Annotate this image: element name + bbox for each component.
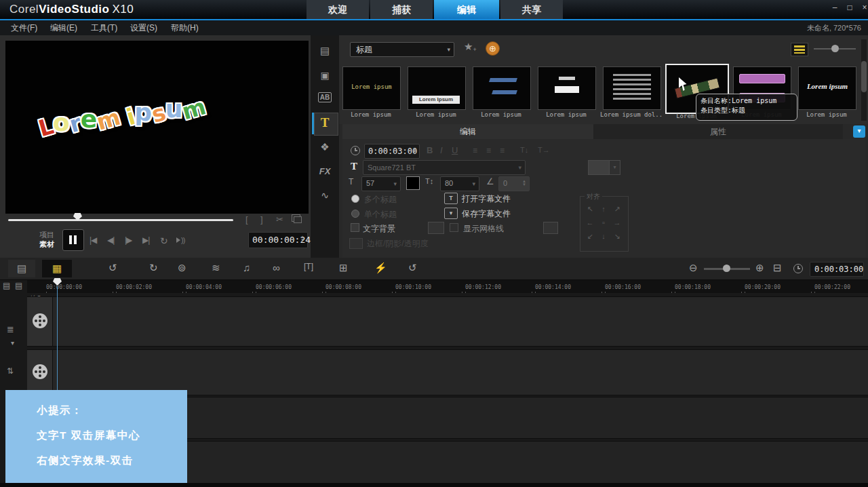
- tab-share[interactable]: 共享: [500, 0, 563, 19]
- font-size-dropdown[interactable]: 57 ▾: [361, 176, 401, 191]
- font-dropdown[interactable]: Square721 BT ▾: [363, 160, 526, 175]
- scrub-track[interactable]: [8, 219, 233, 221]
- direction-dropdown[interactable]: [588, 160, 610, 175]
- prev-frame-icon[interactable]: ◀|: [107, 235, 114, 245]
- title-thumbnail-3[interactable]: [473, 66, 531, 110]
- transition-icon[interactable]: AB: [311, 94, 339, 101]
- thumbnail-view-icon[interactable]: [791, 43, 808, 56]
- maximize-button[interactable]: □: [844, 2, 856, 13]
- rotation-spinner[interactable]: ▴ ▾: [521, 179, 528, 186]
- menu-edit[interactable]: 编辑(E): [50, 20, 77, 35]
- redo-icon[interactable]: ↻: [149, 262, 158, 274]
- timeline-view-icon[interactable]: ▦: [42, 260, 72, 277]
- duration-input[interactable]: 0:00:03:00 ▴ ▾: [364, 144, 420, 159]
- spin-down-icon[interactable]: ▾: [411, 150, 418, 153]
- direction-dropdown-caret-icon[interactable]: ▾: [609, 160, 620, 175]
- align-mid-left-icon[interactable]: ←: [583, 216, 597, 229]
- media-icon[interactable]: ▤: [311, 45, 339, 57]
- show-grid-checkbox[interactable]: [450, 223, 458, 232]
- mode-project-label[interactable]: 项目: [39, 230, 54, 240]
- bold-icon[interactable]: B: [427, 145, 433, 155]
- title-thumbnail-1[interactable]: Lorem ipsum: [342, 66, 401, 110]
- video-track[interactable]: [27, 296, 868, 347]
- library-scrollbar-thumb[interactable]: [861, 61, 867, 92]
- menu-help[interactable]: 帮助(H): [171, 20, 199, 35]
- align-right-icon[interactable]: ≡: [500, 146, 505, 155]
- menu-settings[interactable]: 设置(S): [130, 20, 157, 35]
- video-track-header[interactable]: [27, 297, 53, 346]
- fit-timeline-icon[interactable]: ⊟: [773, 262, 782, 274]
- filter-icon[interactable]: FX: [311, 166, 339, 176]
- track-chevron-icon[interactable]: ▾: [11, 339, 14, 347]
- align-left-icon[interactable]: ≡: [473, 146, 477, 155]
- spin-down-icon[interactable]: ▾: [299, 238, 306, 241]
- tab-welcome[interactable]: 欢迎: [307, 0, 369, 19]
- repeat-icon[interactable]: ↻: [160, 235, 167, 246]
- overlay-track-header[interactable]: [27, 350, 53, 395]
- thumb-size-slider-knob[interactable]: [831, 45, 839, 52]
- sound-mixer-icon[interactable]: ≋: [212, 262, 220, 274]
- instant-project-icon[interactable]: ▣: [311, 70, 339, 81]
- graphic-icon[interactable]: ❖: [311, 141, 339, 153]
- grid-options-icon[interactable]: [543, 222, 558, 234]
- time-remap-icon[interactable]: ↺: [408, 262, 417, 274]
- line-spacing-dropdown[interactable]: 80 ▾: [440, 176, 479, 191]
- radio-single-title[interactable]: [351, 210, 359, 218]
- zoom-out-icon[interactable]: ⊖: [689, 262, 698, 274]
- undo-icon[interactable]: ↺: [108, 262, 117, 274]
- align-top-center-icon[interactable]: ↑: [597, 202, 610, 216]
- title-thumbnail-2[interactable]: Lorem Ipsum: [408, 66, 466, 110]
- pause-button[interactable]: [62, 229, 84, 251]
- track-toggle-icon[interactable]: ▤: [3, 281, 10, 290]
- preview-video[interactable]: Lorem ipsum: [5, 41, 309, 214]
- zoom-in-icon[interactable]: ⊕: [755, 262, 764, 274]
- duration-spinner[interactable]: ▴ ▾: [411, 147, 418, 153]
- title-thumbnail-4[interactable]: [538, 66, 596, 110]
- timeline-ruler[interactable]: 00:00:00:0000:00:02:0000:00:04:0000:00:0…: [27, 280, 868, 293]
- volume-icon[interactable]: )): [176, 235, 184, 245]
- minimize-button[interactable]: –: [829, 2, 841, 13]
- open-subtitle-button[interactable]: 打开字幕文件: [462, 193, 511, 205]
- align-bottom-left-icon[interactable]: ↙: [583, 229, 597, 243]
- multicam-editor-icon[interactable]: ⊞: [339, 262, 348, 274]
- save-subtitle-button[interactable]: 保存字幕文件: [462, 208, 511, 220]
- track-swap-icon[interactable]: ⇅: [7, 366, 14, 376]
- motion-tracking-icon[interactable]: ⚡: [374, 262, 387, 274]
- title-thumbnail-8[interactable]: Lorem ipsum: [798, 66, 856, 110]
- backdrop-options-icon[interactable]: [428, 222, 444, 234]
- add-to-favorites-icon[interactable]: ★+: [464, 41, 477, 53]
- track-manager-icon[interactable]: ≣: [7, 324, 14, 334]
- auto-music-icon[interactable]: ♫: [243, 262, 250, 273]
- italic-icon[interactable]: I: [440, 145, 443, 155]
- timeline-zoom-slider-knob[interactable]: [723, 265, 730, 272]
- mode-clip-label[interactable]: 素材: [39, 239, 54, 250]
- tab-edit[interactable]: 编辑: [434, 0, 499, 19]
- go-start-icon[interactable]: |◀: [90, 235, 96, 245]
- tab-capture[interactable]: 捕获: [370, 0, 433, 19]
- menu-tools[interactable]: 工具(T): [91, 20, 117, 35]
- split-clip-icon[interactable]: ✂: [276, 214, 283, 225]
- horizontal-text-icon[interactable]: T→: [538, 146, 550, 154]
- rotation-input[interactable]: 0 ▴ ▾: [498, 176, 530, 191]
- text-backdrop-checkbox[interactable]: [351, 223, 359, 232]
- storyboard-view-icon[interactable]: ▤: [8, 260, 35, 277]
- mark-in-icon[interactable]: [: [245, 214, 248, 225]
- align-top-left-icon[interactable]: ↖: [583, 202, 597, 216]
- title-icon[interactable]: T: [311, 115, 339, 130]
- overlay-track[interactable]: [27, 349, 868, 395]
- track-toggle-icon-2[interactable]: ▤: [15, 281, 22, 290]
- timecode-spinner[interactable]: ▴ ▾: [299, 235, 306, 241]
- align-mid-right-icon[interactable]: →: [610, 216, 624, 229]
- menu-file[interactable]: 文件(F): [11, 20, 37, 35]
- align-center-icon[interactable]: ≡: [486, 146, 491, 155]
- align-bottom-right-icon[interactable]: ↘: [610, 229, 624, 243]
- transition-circles-icon[interactable]: ∞: [273, 262, 280, 273]
- next-frame-icon[interactable]: |▶: [125, 235, 132, 245]
- align-center-icon[interactable]: ▫: [597, 216, 610, 229]
- record-capture-icon[interactable]: ⊚: [178, 262, 186, 274]
- align-top-right-icon[interactable]: ↗: [610, 202, 624, 216]
- gallery-dropdown[interactable]: 标题 ▾: [350, 42, 454, 57]
- preview-timecode-box[interactable]: 00:00:00:24 ▴ ▾: [248, 232, 308, 248]
- title-thumbnail-5[interactable]: [603, 66, 661, 110]
- enlarge-icon[interactable]: [292, 214, 300, 222]
